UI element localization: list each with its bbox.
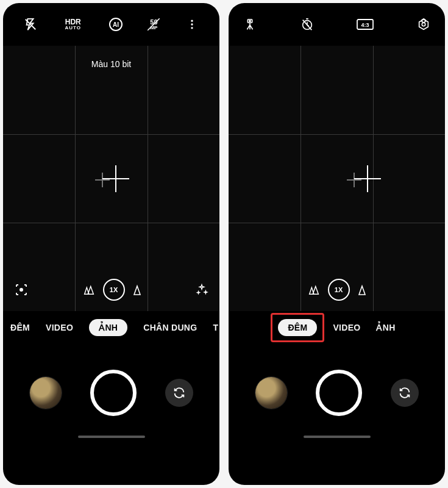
- ai-scene-icon[interactable]: AI: [108, 16, 124, 32]
- viewfinder[interactable]: 1X: [229, 46, 445, 311]
- telephoto-icon[interactable]: [357, 284, 367, 296]
- shutter-button[interactable]: [90, 370, 137, 416]
- mode-strip[interactable]: ĐÊM VIDEO ẢNH: [229, 311, 445, 344]
- svg-point-4: [191, 20, 193, 22]
- settings-icon[interactable]: [416, 16, 432, 32]
- topbar: HDR AUTO AI 50 MP: [3, 3, 219, 46]
- viewfinder-controls: 1X: [229, 274, 445, 305]
- color-depth-badge: Màu 10 bit: [91, 59, 131, 69]
- svg-text:AI: AI: [113, 21, 119, 28]
- gridline: [3, 134, 219, 135]
- mode-more[interactable]: T: [213, 323, 218, 332]
- mode-video[interactable]: VIDEO: [333, 323, 360, 332]
- telephoto-icon[interactable]: [132, 284, 142, 296]
- google-lens-icon[interactable]: [14, 282, 29, 297]
- home-indicator: [78, 436, 145, 438]
- mode-photo[interactable]: ẢNH: [89, 319, 127, 336]
- filters-icon[interactable]: [195, 283, 208, 296]
- gridline: [3, 223, 219, 223]
- footer: [3, 344, 219, 442]
- mode-night[interactable]: ĐÊM: [278, 319, 317, 336]
- footer: [229, 344, 445, 442]
- focus-cross-icon: [102, 165, 129, 192]
- svg-text:4:3: 4:3: [361, 22, 369, 28]
- svg-point-7: [20, 289, 23, 291]
- svg-point-14: [422, 23, 425, 26]
- zoom-cluster: 1X: [82, 279, 142, 301]
- flash-off-icon[interactable]: [23, 16, 38, 32]
- phone-screen-left: HDR AUTO AI 50 MP Màu 10 bit: [3, 3, 219, 485]
- tripod-icon[interactable]: [242, 16, 258, 32]
- zoom-cluster: 1X: [307, 279, 367, 301]
- aspect-ratio-icon[interactable]: 4:3: [356, 16, 374, 32]
- switch-camera-button[interactable]: [165, 379, 193, 407]
- gridline: [229, 134, 445, 135]
- mode-strip[interactable]: ĐÊM VIDEO ẢNH CHÂN DUNG T: [3, 311, 219, 344]
- mode-video[interactable]: VIDEO: [46, 323, 73, 332]
- gridline: [229, 223, 445, 223]
- svg-line-3: [148, 18, 160, 30]
- more-menu-icon[interactable]: [184, 16, 200, 32]
- gridline: [75, 46, 76, 311]
- mode-portrait[interactable]: CHÂN DUNG: [143, 323, 197, 332]
- viewfinder-controls: 1X: [3, 274, 219, 305]
- gallery-thumbnail[interactable]: [30, 377, 62, 409]
- hdr-auto-icon[interactable]: HDR AUTO: [65, 16, 81, 32]
- svg-point-5: [191, 23, 193, 25]
- shutter-button[interactable]: [316, 370, 362, 416]
- ultrawide-icon[interactable]: [307, 284, 321, 296]
- home-indicator: [304, 436, 371, 438]
- zoom-level-button[interactable]: 1X: [328, 279, 350, 301]
- phone-screen-right: 4:3 1X: [229, 3, 445, 485]
- topbar: 4:3: [229, 3, 445, 46]
- switch-camera-button[interactable]: [391, 379, 419, 407]
- ultrawide-icon[interactable]: [82, 284, 96, 296]
- svg-point-6: [191, 27, 193, 29]
- gridline: [148, 46, 148, 311]
- timer-off-icon[interactable]: [299, 16, 315, 32]
- gridline: [300, 46, 301, 311]
- viewfinder[interactable]: Màu 10 bit 1X: [3, 46, 219, 311]
- focus-cross-icon: [354, 165, 381, 192]
- gallery-thumbnail[interactable]: [255, 377, 287, 409]
- svg-point-9: [249, 20, 251, 21]
- zoom-level-button[interactable]: 1X: [103, 279, 125, 301]
- mode-night[interactable]: ĐÊM: [10, 323, 30, 332]
- megapixel-icon[interactable]: 50 MP: [150, 16, 157, 32]
- mode-photo[interactable]: ẢNH: [376, 323, 395, 332]
